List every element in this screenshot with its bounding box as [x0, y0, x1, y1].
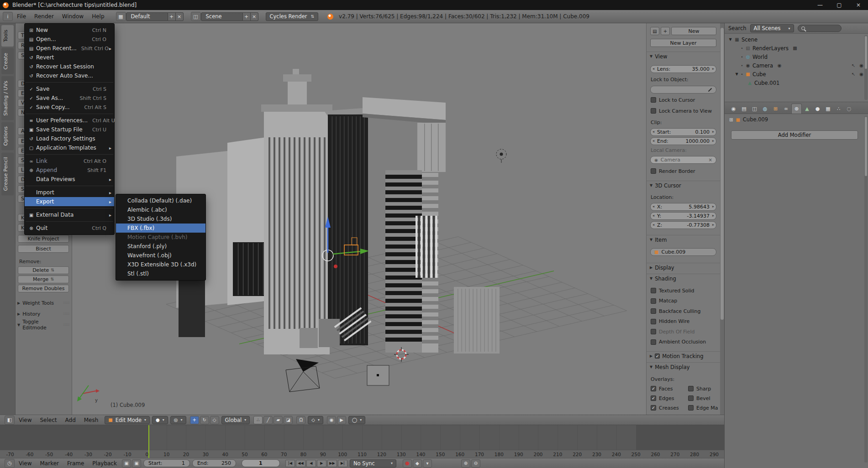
checkbox-edge-ma[interactable]: Edge Ma	[688, 405, 718, 411]
toolshelf-tab-grease-pencil[interactable]: Grease Pencil	[1, 152, 14, 195]
panel-header-history[interactable]: ▶History∷∷	[17, 310, 70, 318]
play-button[interactable]: ▶	[317, 460, 326, 467]
insert-keyframe-button[interactable]: ⊕	[461, 459, 470, 468]
checkbox-box[interactable]: ✓	[651, 405, 656, 411]
timeline-track[interactable]: -70-60-50-40-30-20-100102030405060708090…	[0, 425, 724, 458]
scene-add-button[interactable]: +	[243, 12, 251, 21]
checkbox-box[interactable]: ✓	[651, 395, 656, 401]
new-layer-button[interactable]: New Layer	[650, 39, 716, 47]
physics-tab[interactable]: ◌	[844, 104, 854, 114]
manipulator-scale-toggle[interactable]: ◇	[210, 416, 219, 424]
checkbox-box[interactable]: ✓	[651, 386, 656, 391]
button-delete[interactable]: Delete⇅	[18, 266, 69, 274]
panel-header-item[interactable]: ▼Item	[647, 235, 720, 244]
menu-item-new[interactable]: ⊞NewCtrl N	[25, 26, 114, 35]
menu-item-x3d-extensible-3d-x3d[interactable]: X3D Extensible 3D (.x3d)	[116, 260, 205, 269]
panel-header-shading[interactable]: ▼Shading	[647, 274, 720, 283]
menu-item-import[interactable]: Import▸	[25, 188, 114, 197]
checkbox-matcap[interactable]: Matcap	[651, 298, 677, 304]
checkbox-depth-of-field[interactable]: Depth Of Field	[651, 328, 694, 335]
outliner-search-input[interactable]	[798, 25, 842, 32]
add-icon[interactable]: +	[661, 27, 670, 35]
restrict-select-icon[interactable]: ↖	[852, 72, 855, 77]
render-opengl-anim-button[interactable]: ▶	[337, 416, 346, 424]
checkbox-box[interactable]	[651, 308, 656, 314]
toolshelf-tab-options[interactable]: Options	[1, 122, 14, 150]
orientation-select[interactable]: Global ▾	[221, 416, 250, 424]
button-merge[interactable]: Merge⇅	[18, 276, 69, 283]
object-data-tab[interactable]: ▲	[802, 104, 812, 114]
menu-item-append[interactable]: ⊕AppendShift F1	[25, 166, 114, 175]
checkbox-box[interactable]	[651, 319, 656, 324]
checkbox-box[interactable]	[651, 108, 656, 114]
screen-delete-button[interactable]: ×	[176, 12, 184, 21]
new-button[interactable]: New	[671, 27, 716, 35]
outliner-item-scene[interactable]: ▼▦Scene	[725, 35, 868, 44]
local-camera-field[interactable]: ◉Camera×	[650, 156, 716, 164]
delete-keyframe-button[interactable]: ⊖	[471, 459, 480, 468]
menu-item-alembic-abc[interactable]: Alembic (.abc)	[116, 205, 205, 214]
object-tab[interactable]: ⊞	[770, 104, 781, 114]
jump-to-start-button[interactable]: |◀	[285, 460, 295, 467]
panel-header-toggle-editmode[interactable]: ▼Toggle Editmode∷∷	[17, 321, 70, 329]
menu-item-revert[interactable]: ↺Revert	[25, 53, 114, 62]
toolshelf-tab-create[interactable]: Create	[1, 48, 14, 74]
frame-lock-button[interactable]: ▣	[132, 459, 141, 468]
scene-field[interactable]: Scene	[201, 12, 243, 21]
checkbox-lock-camera-to-view[interactable]: Lock Camera to View	[651, 108, 712, 114]
gpencil-data-icon[interactable]: ▤	[650, 27, 659, 35]
jump-to-next-keyframe-button[interactable]: ▶▶	[327, 460, 337, 467]
checkbox-backface-culling[interactable]: Backface Culling	[651, 308, 700, 314]
viewport-panel-scrollbar[interactable]	[720, 23, 724, 415]
lock-object-field[interactable]	[650, 86, 716, 94]
menu-render[interactable]: Render	[30, 13, 58, 20]
outliner-scope-select[interactable]: All Scenes ▾	[750, 24, 794, 32]
checkbox-box[interactable]	[688, 386, 694, 391]
checkbox-box[interactable]	[651, 288, 656, 293]
menu-vp-mesh[interactable]: Mesh	[80, 417, 103, 423]
cursor-z-field[interactable]: Z:-0.77308	[650, 221, 716, 229]
timeline-current-frame-indicator[interactable]	[148, 425, 149, 458]
menu-item-external-data[interactable]: ▣External Data▸	[25, 210, 114, 219]
restrict-render-icon[interactable]: ◉	[859, 63, 863, 68]
checkbox-box[interactable]: ✓	[655, 354, 660, 359]
button-bisect[interactable]: Bisect	[18, 245, 69, 253]
menu-item-load-factory-settings[interactable]: ↺Load Factory Settings	[25, 134, 114, 143]
menu-item-open-recent[interactable]: ▤Open Recent...Shift Ctrl O▸	[25, 44, 114, 53]
manipulator-rotate-toggle[interactable]: ↻	[200, 416, 209, 424]
menu-item-3d-studio-3ds[interactable]: 3D Studio (.3ds)	[116, 214, 205, 224]
jump-to-prev-keyframe-button[interactable]: ◀◀	[296, 460, 305, 467]
menu-item-link[interactable]: ∞LinkCtrl Alt O	[25, 156, 114, 166]
checkbox-box[interactable]	[688, 405, 694, 411]
menu-item-save-copy[interactable]: ✓Save Copy...Ctrl Alt S	[25, 103, 114, 112]
menu-vp-view[interactable]: View	[15, 417, 36, 423]
panel-header-view[interactable]: ▼View	[647, 52, 720, 61]
restrict-select-icon[interactable]: ↖	[852, 63, 855, 68]
add-modifier-button[interactable]: Add Modifier	[731, 130, 858, 140]
constraints-tab[interactable]: ∞	[781, 104, 791, 114]
outliner-item-renderlayers[interactable]: •▧RenderLayers▩	[725, 44, 868, 52]
checkbox-lock-to-cursor[interactable]: Lock to Cursor	[651, 97, 695, 103]
checkbox-box[interactable]	[651, 298, 656, 304]
menu-item-stanford-ply[interactable]: Stanford (.ply)	[116, 242, 205, 251]
scene-delete-button[interactable]: ×	[251, 12, 258, 21]
checkbox-textured-solid[interactable]: Textured Solid	[651, 287, 694, 294]
minimize-button[interactable]: —	[810, 0, 830, 10]
world-tab[interactable]: ◍	[760, 104, 770, 114]
button-knife-project[interactable]: Knife Project	[18, 235, 69, 243]
menu-file[interactable]: File	[13, 13, 30, 20]
manipulator-translate-toggle[interactable]: +	[190, 416, 199, 424]
current-frame-field[interactable]: 1	[242, 459, 280, 467]
menu-item-collada-default-dae[interactable]: Collada (Default) (.dae)	[116, 196, 205, 205]
panel-header-3d-cursor[interactable]: ▼3D Cursor	[647, 181, 720, 190]
material-tab[interactable]: ●	[812, 104, 823, 114]
render-engine-select[interactable]: Cycles Render ⇅	[266, 12, 319, 21]
scene-tab[interactable]: ◫	[749, 104, 760, 114]
menu-item-motion-capture-bvh[interactable]: Motion Capture (.bvh)	[116, 233, 205, 242]
outliner-scrollbar[interactable]	[864, 35, 868, 100]
frame-start-field[interactable]: Start: 1	[143, 459, 190, 467]
select-face-toggle[interactable]: ▰	[274, 416, 283, 424]
viewport-shading-select[interactable]: ● ▾	[152, 416, 168, 424]
snap-element-select[interactable]: ◇ ▾	[308, 416, 323, 424]
snap-magnet-toggle[interactable]: Ω	[296, 416, 305, 424]
